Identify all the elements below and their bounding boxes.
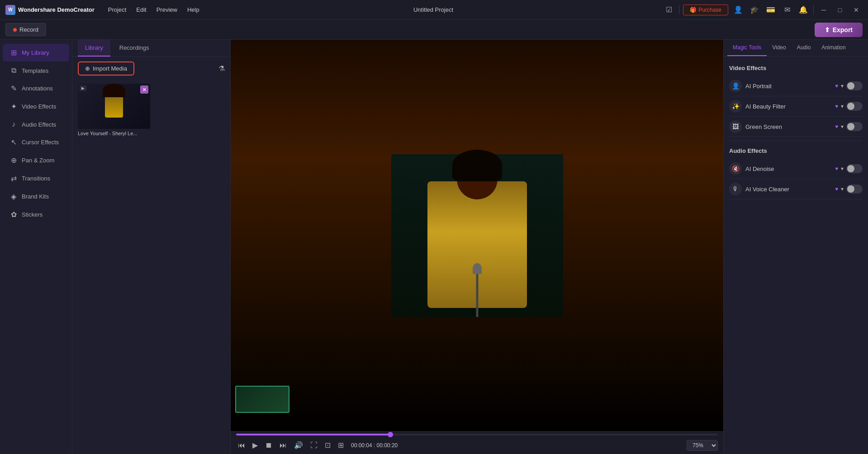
green-screen-toggle[interactable] <box>846 122 863 131</box>
menu-edit[interactable]: Edit <box>132 5 151 15</box>
tab-audio[interactable]: Audio <box>792 40 816 56</box>
import-media-button[interactable]: ⊕ Import Media <box>78 61 134 76</box>
menu-help[interactable]: Help <box>183 5 204 15</box>
ai-denoise-toggle[interactable] <box>846 164 863 173</box>
preview-video-area <box>231 40 723 431</box>
ai-denoise-icon: 🔇 <box>729 162 742 175</box>
project-title: Untitled Project <box>209 6 658 13</box>
menu-preview[interactable]: Preview <box>152 5 182 15</box>
toggle-knob <box>847 185 854 193</box>
media-x-badge: ✕ <box>140 85 148 94</box>
export-button[interactable]: ⬆ Export <box>815 23 863 37</box>
purchase-button[interactable]: 🎁 Purchase <box>683 5 728 15</box>
ai-voice-cleaner-icon: 🎙 <box>729 183 742 195</box>
preview-buttons: ⏮ ▶ ⏹ ⏭ 🔊 ⛶ ⊡ ⊞ 00:00:04 | 00:00:20 75% … <box>236 439 718 451</box>
ai-beauty-heart[interactable]: ♥ <box>835 103 838 109</box>
green-screen-chevron[interactable]: ▾ <box>841 123 844 130</box>
ai-portrait-heart[interactable]: ♥ <box>835 83 838 89</box>
ai-beauty-toggle[interactable] <box>846 102 863 111</box>
gift-icon: 🎁 <box>690 7 697 13</box>
tab-library[interactable]: Library <box>78 40 110 57</box>
sidebar-item-audio-effects[interactable]: ♪ Audio Effects <box>3 116 69 133</box>
sidebar-item-annotations[interactable]: ✎ Annotations <box>3 80 69 97</box>
ai-denoise-right: ♥ ▾ <box>835 164 863 173</box>
stop-button[interactable]: ⏹ <box>263 440 274 451</box>
crop-button[interactable]: ⊡ <box>323 439 332 451</box>
section-divider <box>729 141 863 141</box>
separator <box>679 5 679 14</box>
checkbox-icon-btn[interactable]: ☑ <box>663 4 675 16</box>
sidebar-item-brand-kits[interactable]: ◈ Brand Kits <box>3 188 69 205</box>
ai-beauty-icon: ✨ <box>729 100 742 113</box>
ai-denoise-left: 🔇 AI Denoise <box>729 162 774 175</box>
menu-project[interactable]: Project <box>104 5 131 15</box>
bell-icon-btn[interactable]: 🔔 <box>797 4 810 16</box>
green-screen-right: ♥ ▾ <box>835 122 863 131</box>
thumb-small-image <box>236 387 289 412</box>
logo-icon: W <box>5 5 15 15</box>
preview-thumbnail <box>235 386 289 413</box>
minimize-button[interactable]: ─ <box>817 4 830 16</box>
video-effects-title: Video Effects <box>729 62 863 76</box>
library-panel: Library Recordings ⊕ Import Media ⚗ <box>72 40 231 454</box>
audio-effects-icon: ♪ <box>9 120 18 128</box>
cursor-effects-icon: ↖ <box>9 138 18 147</box>
sidebar-item-transitions[interactable]: ⇄ Transitions <box>3 170 69 187</box>
my-library-icon: ⊞ <box>9 48 18 57</box>
app-name: Wondershare DemoCreator <box>18 6 95 13</box>
volume-button[interactable]: 🔊 <box>292 439 305 451</box>
green-screen-name: Green Screen <box>745 123 782 130</box>
ai-denoise-heart[interactable]: ♥ <box>835 166 838 172</box>
fit-button[interactable]: ⊞ <box>336 439 346 451</box>
ai-denoise-chevron[interactable]: ▾ <box>841 166 844 172</box>
sidebar-item-pan-zoom[interactable]: ⊕ Pan & Zoom <box>3 151 69 169</box>
transitions-icon: ⇄ <box>9 174 18 183</box>
topbar: W Wondershare DemoCreator Project Edit P… <box>0 0 868 20</box>
ai-voice-cleaner-heart[interactable]: ♥ <box>835 186 838 192</box>
preview-controls: ⏮ ▶ ⏹ ⏭ 🔊 ⛶ ⊡ ⊞ 00:00:04 | 00:00:20 75% … <box>231 431 723 454</box>
sidebar-item-my-library[interactable]: ⊞ My Library <box>3 44 69 61</box>
ai-portrait-icon: 👤 <box>729 80 742 92</box>
tab-magic-tools[interactable]: Magic Tools <box>727 40 767 56</box>
fullscreen-button[interactable]: ⛶ <box>308 440 319 451</box>
sidebar-item-templates[interactable]: ⧉ Templates <box>3 62 69 79</box>
zoom-select[interactable]: 75% 50% 100% 125% Fit <box>687 440 718 451</box>
media-thumbnail: ▶ ✕ <box>78 84 150 129</box>
progress-bar[interactable] <box>236 434 718 435</box>
ai-voice-cleaner-chevron[interactable]: ▾ <box>841 186 844 192</box>
green-screen-heart[interactable]: ♥ <box>835 123 838 130</box>
preview-panel: ⏮ ▶ ⏹ ⏭ 🔊 ⛶ ⊡ ⊞ 00:00:04 | 00:00:20 75% … <box>231 40 723 454</box>
sidebar-item-video-effects[interactable]: ✦ Video Effects <box>3 98 69 115</box>
graduation-icon-btn[interactable]: 🎓 <box>748 4 761 16</box>
record-button[interactable]: Record <box>5 23 46 36</box>
card-icon-btn[interactable]: 💳 <box>764 4 777 16</box>
filter-icon[interactable]: ⚗ <box>218 64 225 73</box>
maximize-button[interactable]: □ <box>834 4 846 16</box>
ai-beauty-chevron[interactable]: ▾ <box>841 103 844 109</box>
tab-recordings[interactable]: Recordings <box>112 40 157 57</box>
sidebar-item-stickers[interactable]: ✿ Stickers <box>3 206 69 223</box>
tab-video[interactable]: Video <box>767 40 791 56</box>
sidebar-item-cursor-effects[interactable]: ↖ Cursor Effects <box>3 133 69 151</box>
media-label: Love Yourself - Sheryl Le... <box>78 131 150 136</box>
list-item[interactable]: ▶ ✕ Love Yourself - Sheryl Le... <box>78 84 225 136</box>
ai-voice-cleaner-toggle[interactable] <box>846 184 863 194</box>
right-panel: Magic Tools Video Audio Animation Video … <box>723 40 868 454</box>
ai-voice-cleaner-right: ♥ ▾ <box>835 184 863 194</box>
ai-portrait-toggle[interactable] <box>846 81 863 90</box>
play-button[interactable]: ▶ <box>251 439 260 451</box>
profile-icon-btn[interactable]: 👤 <box>732 4 745 16</box>
mail-icon-btn[interactable]: ✉ <box>781 4 793 16</box>
fast-forward-button[interactable]: ⏭ <box>278 440 289 451</box>
ai-portrait-chevron[interactable]: ▾ <box>841 83 844 89</box>
rewind-button[interactable]: ⏮ <box>236 440 247 451</box>
templates-icon: ⧉ <box>9 66 18 75</box>
close-button[interactable]: ✕ <box>850 4 863 16</box>
topbar-actions: ☑ 🎁 Purchase 👤 🎓 💳 ✉ 🔔 ─ □ ✕ <box>663 4 863 16</box>
ai-portrait-name: AI Portrait <box>745 83 772 90</box>
tab-animation[interactable]: Animation <box>816 40 851 56</box>
toggle-knob <box>847 82 854 90</box>
progress-thumb[interactable] <box>388 432 393 437</box>
ai-beauty-filter-item: ✨ AI Beauty Filter ♥ ▾ <box>729 96 863 117</box>
ai-voice-cleaner-name: AI Voice Cleaner <box>745 186 789 193</box>
